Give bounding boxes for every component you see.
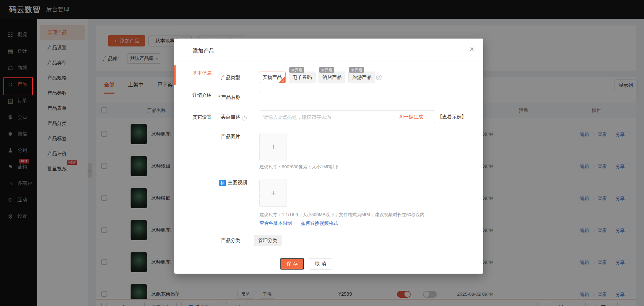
convert-format-link[interactable]: 如何转换视频格式 bbox=[301, 220, 338, 226]
main-video-label: 标主图视频 bbox=[219, 180, 247, 186]
video-size-hint: 建议尺寸：1:1/16:9；大小500MB以下；文件格式为MP4；建议视频时长在… bbox=[259, 212, 424, 218]
product-type-options: 实物产品✓未开启电子券码未开启酒店产品未开启旅游产品 bbox=[259, 72, 375, 83]
product-type-e-voucher[interactable]: 未开启电子券码 bbox=[289, 72, 315, 83]
plus-icon: + bbox=[270, 188, 276, 198]
view-example-link[interactable]: 【查看示例】 bbox=[437, 114, 466, 120]
close-icon[interactable]: ✕ bbox=[469, 46, 474, 53]
product-category-label: 产品分类 bbox=[221, 238, 240, 244]
product-name-label: *产品名称 bbox=[218, 94, 240, 101]
modal-footer-divider bbox=[174, 254, 483, 254]
ai-generate-button[interactable]: AI一键生成 bbox=[399, 114, 423, 120]
not-enabled-badge: 未开启 bbox=[349, 67, 364, 73]
help-icon[interactable]: ? bbox=[242, 116, 247, 120]
modal-tab-detail-intro[interactable]: 详情介绍 bbox=[192, 92, 212, 100]
add-product-modal: 添加产品 ✕ 基本信息详情介绍其它设置 产品类型 实物产品✓未开启电子券码未开启… bbox=[174, 39, 483, 274]
product-image-label: 产品图片 bbox=[221, 134, 240, 140]
video-tag-badge: 标 bbox=[219, 180, 226, 186]
eye-icon[interactable]: ◎ bbox=[376, 73, 382, 81]
version-limits-link[interactable]: 查看各版本限制 bbox=[259, 220, 292, 226]
product-type-travel[interactable]: 未开启旅游产品 bbox=[348, 72, 375, 83]
modal-tab-basic-info[interactable]: 基本信息 bbox=[192, 70, 212, 78]
not-enabled-badge: 未开启 bbox=[319, 67, 334, 73]
cancel-button[interactable]: 取 消 bbox=[309, 258, 332, 270]
modal-header-divider bbox=[174, 62, 483, 62]
image-size-hint: 建议尺寸：800*800像素；大小1MB以下 bbox=[259, 164, 339, 170]
modal-title: 添加产品 bbox=[192, 48, 214, 55]
image-upload-box[interactable]: + bbox=[259, 133, 287, 160]
not-enabled-badge: 未开启 bbox=[289, 67, 304, 73]
required-asterisk: * bbox=[218, 94, 220, 100]
video-upload-box[interactable]: + bbox=[259, 179, 287, 207]
product-type-hotel[interactable]: 未开启酒店产品 bbox=[319, 72, 345, 83]
active-tab-indicator bbox=[174, 65, 176, 85]
selected-check-icon: ✓ bbox=[282, 79, 285, 83]
product-name-input[interactable] bbox=[259, 91, 462, 103]
selling-point-label: 卖点描述? bbox=[221, 114, 247, 120]
manage-category-button[interactable]: 管理分类 bbox=[254, 235, 281, 246]
video-help-links: 查看各版本限制 如何转换视频格式 bbox=[259, 220, 338, 226]
plus-icon: + bbox=[270, 141, 276, 152]
product-type-label: 产品类型 bbox=[221, 75, 240, 81]
modal-tab-other-settings[interactable]: 其它设置 bbox=[192, 114, 212, 122]
save-button[interactable]: 保 存 bbox=[280, 258, 304, 270]
product-type-physical[interactable]: 实物产品✓ bbox=[259, 72, 286, 83]
modal-tabs: 基本信息详情介绍其它设置 bbox=[192, 70, 212, 122]
